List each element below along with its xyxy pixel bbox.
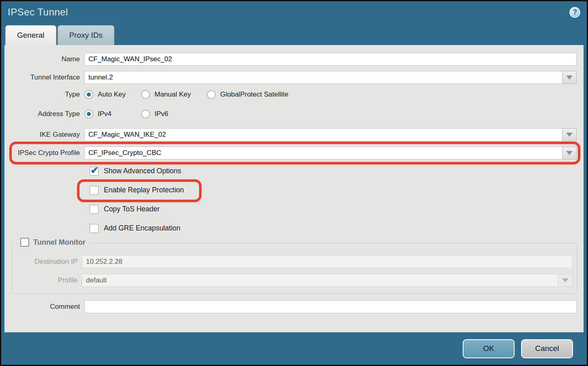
chevron-down-icon [566,151,573,155]
copy-tos-header-checkbox[interactable] [90,205,99,214]
show-advanced-options-checkbox[interactable] [90,167,99,176]
ipsec-crypto-profile-row: IPSec Crypto Profile [4,146,584,159]
radio-ipv6[interactable] [141,110,150,118]
copy-tos-header-label: Copy ToS Header [104,205,160,213]
type-option-globalprotect-satellite[interactable]: GlobalProtect Satellite [207,90,288,99]
profile-input [82,274,558,287]
tab-general-label: General [17,31,45,40]
tunnel-interface-label: Tunnel Interface [4,73,84,82]
radio-ipv6-label: IPv6 [155,110,168,118]
tunnel-interface-dropdown-button[interactable] [562,71,577,84]
radio-auto-key-label: Auto Key [98,90,126,99]
destination-ip-label: Destination IP [12,258,82,266]
chevron-down-icon [562,278,569,282]
address-type-row: Address Type IPv4 IPv6 [4,109,584,119]
type-row: Type Auto Key Manual Key GlobalProtect S… [4,89,584,100]
profile-row: Profile [12,274,573,287]
tab-proxy-ids[interactable]: Proxy IDs [58,25,114,45]
comment-input[interactable] [84,300,577,313]
chevron-down-icon [566,75,573,80]
address-type-option-ipv6[interactable]: IPv6 [141,110,168,118]
cancel-button[interactable]: Cancel [521,339,573,358]
radio-auto-key[interactable] [84,90,93,99]
chevron-down-icon [566,133,573,137]
type-label: Type [4,90,84,99]
ike-gateway-row: IKE Gateway [4,128,584,141]
enable-replay-protection-row[interactable]: Enable Replay Protection [90,185,184,195]
tunnel-monitor-section: Tunnel Monitor Destination IP Profile [12,243,577,294]
radio-globalprotect-satellite-label: GlobalProtect Satellite [220,90,288,99]
tunnel-monitor-label: Tunnel Monitor [33,238,86,247]
name-label: Name [4,55,84,63]
add-gre-encapsulation-row[interactable]: Add GRE Encapsulation [90,224,180,233]
general-tab-panel: Name Tunnel Interface Type Auto Key [4,45,584,332]
radio-ipv4[interactable] [84,110,93,118]
comment-label: Comment [4,303,84,311]
tab-bar: General Proxy IDs [1,23,587,45]
type-option-auto-key[interactable]: Auto Key [84,90,141,99]
add-gre-encapsulation-checkbox[interactable] [90,224,99,233]
profile-label: Profile [12,276,82,284]
ike-gateway-label: IKE Gateway [4,131,84,139]
type-option-manual-key[interactable]: Manual Key [141,90,207,99]
copy-tos-header-row[interactable]: Copy ToS Header [90,205,160,214]
profile-dropdown-button [558,274,573,287]
ike-gateway-input[interactable] [84,128,562,141]
tunnel-monitor-legend: Tunnel Monitor [17,238,89,247]
add-gre-encapsulation-label: Add GRE Encapsulation [104,224,180,233]
destination-ip-row: Destination IP [12,255,573,268]
tab-proxy-ids-label: Proxy IDs [69,31,103,40]
destination-ip-input [82,255,573,268]
dialog-title: IPSec Tunnel [8,6,68,18]
ike-gateway-dropdown-button[interactable] [562,128,577,141]
titlebar: IPSec Tunnel ? [1,1,587,23]
comment-row: Comment [4,300,584,313]
ipsec-tunnel-dialog: IPSec Tunnel ? General Proxy IDs Name Tu… [0,0,588,366]
tunnel-interface-input[interactable] [84,71,562,84]
radio-manual-key-label: Manual Key [155,90,191,99]
radio-manual-key[interactable] [141,90,150,99]
name-row: Name [4,53,584,66]
ok-button[interactable]: OK [463,339,515,358]
ipsec-crypto-profile-dropdown-button[interactable] [562,146,577,159]
dialog-footer: OK Cancel [1,332,587,365]
radio-ipv4-label: IPv4 [98,110,112,118]
radio-globalprotect-satellite[interactable] [207,90,216,99]
show-advanced-options-label: Show Advanced Options [104,167,181,175]
tab-general[interactable]: General [5,25,56,45]
tunnel-interface-row: Tunnel Interface [4,71,584,84]
ipsec-crypto-profile-input[interactable] [84,146,562,159]
address-type-option-ipv4[interactable]: IPv4 [84,110,141,118]
enable-replay-protection-label: Enable Replay Protection [104,186,184,194]
show-advanced-options-row[interactable]: Show Advanced Options [90,166,181,176]
tunnel-monitor-checkbox[interactable] [20,238,29,247]
address-type-label: Address Type [4,110,84,118]
name-input[interactable] [84,53,577,66]
enable-replay-protection-checkbox[interactable] [90,186,99,195]
ipsec-crypto-profile-label: IPSec Crypto Profile [4,149,84,157]
help-icon[interactable]: ? [569,7,580,18]
